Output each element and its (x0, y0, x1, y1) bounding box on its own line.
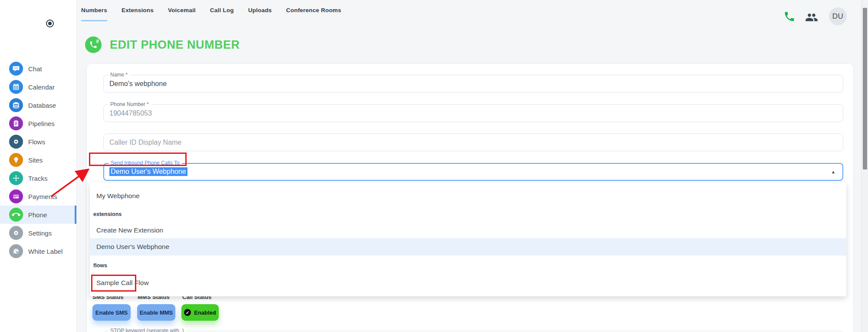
tracks-icon (9, 171, 23, 185)
phone-number-input[interactable] (104, 105, 843, 122)
name-field-label: Name * (108, 72, 130, 78)
calendar-icon (9, 80, 23, 94)
sidebar-item-database[interactable]: Database (0, 96, 76, 114)
phone-icon (9, 208, 23, 222)
name-field: Name * (103, 75, 843, 93)
option-demo-users-webphone[interactable]: Demo User's Webphone (90, 238, 846, 256)
chat-icon (9, 62, 23, 76)
sidebar-item-tracks[interactable]: Tracks (0, 169, 76, 187)
settings-gear-icon (9, 226, 23, 240)
tab-conference-rooms[interactable]: Conference Rooms (286, 7, 341, 21)
sidebar-item-label: Calendar (28, 83, 55, 91)
sidebar-item-label: Flows (28, 138, 45, 146)
sidebar-item-label: Payments (28, 193, 57, 200)
sidebar-item-label: Tracks (28, 175, 47, 182)
send-inbound-calls-select[interactable]: Send Inbound Phone Calls To Demo User's … (103, 163, 843, 181)
sidebar-item-calendar[interactable]: Calendar (0, 78, 76, 96)
hash-glyph: # (96, 38, 99, 44)
group-header-flows: flows (90, 260, 846, 271)
palette-icon (9, 244, 23, 258)
sidebar-item-label: Database (28, 102, 56, 109)
selected-value-highlighted: Demo User's Webphone (109, 167, 187, 176)
sidebar-item-settings[interactable]: Settings (0, 224, 76, 242)
page-title: EDIT PHONE NUMBER (110, 38, 240, 52)
option-my-webphone[interactable]: My Webphone (90, 188, 846, 204)
contacts-icon[interactable] (805, 11, 818, 24)
tab-extensions[interactable]: Extensions (122, 7, 154, 21)
sidebar-item-label: White Label (28, 248, 62, 255)
phone-number-field: Phone Number * (103, 104, 843, 122)
enable-sms-button[interactable]: Enable SMS (92, 304, 131, 321)
caller-id-input[interactable] (104, 134, 843, 151)
sidebar-nav: Chat Calendar Database Pipelines Flows (0, 60, 76, 260)
sidebar-item-white-label[interactable]: White Label (0, 242, 76, 260)
avatar[interactable]: DU (829, 7, 847, 25)
sidebar-item-payments[interactable]: Payments (0, 187, 76, 206)
option-sample-call-flow[interactable]: Sample Call Flow (90, 275, 846, 291)
top-tab-bar: Numbers Extensions Voicemail Call Log Up… (81, 7, 341, 21)
send-inbound-calls-label: Send Inbound Phone Calls To (108, 160, 182, 166)
caller-id-field (103, 133, 843, 151)
database-icon (9, 98, 23, 112)
enable-sms-label: Enable SMS (95, 309, 128, 316)
header-phone-icon[interactable] (783, 10, 796, 23)
call-enabled-button[interactable]: ✓ Enabled (181, 304, 219, 321)
tab-voicemail[interactable]: Voicemail (168, 7, 196, 21)
option-create-new-extension[interactable]: Create New Extension (90, 222, 846, 239)
stop-keyword-label: STOP keyword (separate with ,) (108, 328, 186, 332)
enable-mms-label: Enable MMS (140, 309, 173, 316)
payments-icon (9, 189, 23, 203)
flows-gear-icon (9, 135, 23, 149)
sidebar-item-label: Sites (28, 156, 43, 164)
scrollbar-thumb[interactable] (863, 8, 867, 169)
enable-mms-button[interactable]: Enable MMS (137, 304, 175, 321)
sidebar-item-sites[interactable]: Sites (0, 151, 76, 169)
sidebar-item-label: Chat (28, 65, 42, 73)
name-input[interactable] (104, 75, 843, 92)
phone-number-field-label: Phone Number * (108, 101, 151, 107)
sidebar: Chat Calendar Database Pipelines Flows (0, 0, 77, 332)
sidebar-item-label: Pipelines (28, 120, 55, 127)
inbound-calls-dropdown: My Webphone extensions Create New Extens… (90, 183, 846, 296)
group-header-extensions: extensions (90, 209, 846, 220)
sidebar-item-phone[interactable]: Phone (0, 206, 76, 224)
enabled-label: Enabled (194, 309, 216, 316)
sidebar-item-label: Phone (28, 211, 47, 219)
sidebar-item-chat[interactable]: Chat (0, 60, 76, 78)
tab-uploads[interactable]: Uploads (248, 7, 272, 21)
scrollbar-track[interactable] (861, 0, 868, 332)
dropdown-collapse-arrow-icon[interactable]: ▲ (831, 169, 835, 174)
record-circle-icon[interactable] (46, 20, 54, 27)
sidebar-item-pipelines[interactable]: Pipelines (0, 114, 76, 133)
pipelines-icon (9, 116, 23, 130)
check-icon: ✓ (184, 309, 191, 316)
sidebar-item-label: Settings (28, 229, 52, 237)
sidebar-item-flows[interactable]: Flows (0, 133, 76, 151)
edit-phone-number-icon: # (85, 37, 102, 53)
tab-numbers[interactable]: Numbers (81, 7, 107, 21)
sites-bulb-icon (9, 153, 23, 167)
tab-call-log[interactable]: Call Log (210, 7, 234, 21)
